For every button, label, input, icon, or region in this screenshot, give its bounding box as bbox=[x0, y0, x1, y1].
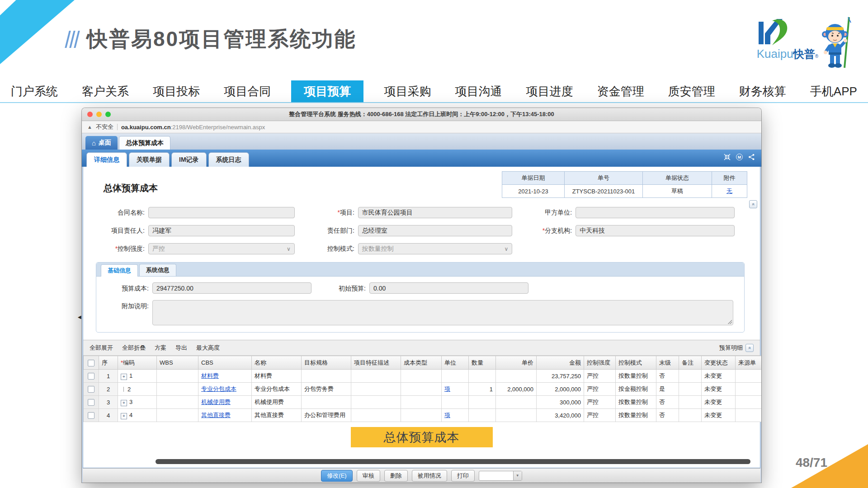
cell-qty bbox=[469, 409, 496, 422]
row-checkbox[interactable] bbox=[88, 412, 94, 419]
footer-button-5[interactable]: 打印 bbox=[451, 470, 475, 482]
column-header-2: *编码 bbox=[118, 356, 157, 370]
cell-price bbox=[496, 370, 537, 383]
form-field-input[interactable] bbox=[358, 207, 512, 218]
footer-button-2[interactable]: 审核 bbox=[357, 470, 380, 482]
row-checkbox-cell bbox=[84, 370, 99, 383]
cbs-link[interactable]: 专业分包成本 bbox=[201, 385, 236, 392]
section-tab-2[interactable]: 系统信息 bbox=[139, 264, 176, 276]
cell-mode: 按数量控制 bbox=[616, 396, 656, 409]
info-header-4: 附件 bbox=[712, 172, 747, 185]
minimize-window-icon[interactable] bbox=[96, 112, 102, 117]
im-icon[interactable]: M bbox=[736, 154, 743, 160]
basic-info-section: 基础信息系统信息 预算成本: 初始预算: 附加说明: bbox=[96, 262, 745, 333]
cell-strength: 严控 bbox=[584, 383, 616, 396]
form-field-input[interactable] bbox=[576, 207, 735, 218]
cell-cbs: 其他直接费 bbox=[198, 409, 252, 422]
row-checkbox[interactable] bbox=[88, 386, 94, 393]
select-all-checkbox[interactable] bbox=[88, 360, 94, 366]
form-field-input[interactable] bbox=[358, 225, 512, 236]
collapse-header-button[interactable]: « bbox=[749, 200, 757, 208]
detail-tab-4[interactable]: 系统日志 bbox=[208, 152, 249, 167]
section-tabs: 基础信息系统信息 bbox=[96, 263, 744, 277]
panel-splitter-arrow-icon[interactable]: ◀ bbox=[78, 314, 81, 319]
nav-tab-11[interactable]: 财务核算 bbox=[736, 80, 790, 102]
form-field-input[interactable] bbox=[576, 225, 735, 236]
form-field-select[interactable]: 严控∨ bbox=[148, 243, 295, 254]
detail-tab-2[interactable]: 关联单据 bbox=[129, 152, 170, 167]
print-template-dropdown[interactable]: ▼ bbox=[479, 471, 522, 481]
column-header-3: WBS bbox=[157, 356, 198, 370]
detail-tab-3[interactable]: IM记录 bbox=[171, 152, 207, 167]
form-field-select[interactable]: 按数量控制∨ bbox=[358, 243, 512, 254]
cell-note bbox=[679, 396, 702, 409]
form-field-input[interactable] bbox=[148, 225, 295, 236]
nav-tab-3[interactable]: 项目投标 bbox=[149, 80, 203, 102]
close-window-icon[interactable] bbox=[87, 112, 93, 117]
cell-spec bbox=[302, 370, 351, 383]
cell-qty bbox=[469, 396, 496, 409]
nav-tab-2[interactable]: 客户关系 bbox=[78, 80, 132, 102]
nav-tab-1[interactable]: 门户系统 bbox=[7, 80, 61, 102]
cell-seq: 2 bbox=[99, 383, 118, 396]
browser-urlbar[interactable]: ▲ 不安全 oa.kuaipu.com.cn:2198/WebEnterpris… bbox=[82, 121, 761, 133]
grid-toolbar-action-5[interactable]: 最大高度 bbox=[196, 344, 220, 352]
logo-text-en: Kuaipu bbox=[757, 47, 793, 61]
nav-tab-4[interactable]: 项目合同 bbox=[220, 80, 274, 102]
cbs-link[interactable]: 材料费 bbox=[201, 372, 219, 379]
cbs-link[interactable]: 机械使用费 bbox=[201, 399, 231, 405]
nav-tab-8[interactable]: 项目进度 bbox=[523, 80, 577, 102]
cell-amount: 2,000,000 bbox=[537, 383, 584, 396]
form-field-input[interactable] bbox=[148, 207, 295, 218]
grid-toolbar-action-4[interactable]: 导出 bbox=[175, 344, 187, 352]
grid-toolbar-action-3[interactable]: 方案 bbox=[155, 344, 166, 352]
expand-node-icon[interactable]: + bbox=[121, 413, 127, 419]
nav-tab-6[interactable]: 项目采购 bbox=[380, 80, 434, 102]
grid-toolbar-action-2[interactable]: 全部折叠 bbox=[122, 344, 146, 352]
unit-link[interactable]: 项 bbox=[444, 412, 450, 418]
collapse-grid-button[interactable]: « bbox=[745, 344, 754, 352]
restore-window-icon[interactable] bbox=[724, 154, 731, 160]
browser-titlebar: 整合管理平台系统 服务热线：4000-686-168 法定工作日上班时间：上午9… bbox=[82, 108, 761, 121]
share-icon[interactable] bbox=[748, 154, 755, 160]
section-body: 预算成本: 初始预算: 附加说明: bbox=[96, 277, 744, 332]
note-textarea[interactable] bbox=[152, 300, 733, 325]
section-tab-1[interactable]: 基础信息 bbox=[101, 264, 138, 277]
footer-button-4[interactable]: 被用情况 bbox=[412, 470, 447, 482]
form-field-label: 责任部门: bbox=[306, 227, 358, 235]
info-value-3: 草稿 bbox=[643, 185, 712, 198]
grid-toolbar-action-1[interactable]: 全部展开 bbox=[90, 344, 113, 352]
window-tab-1[interactable]: ⌂桌面 bbox=[85, 136, 118, 150]
chevron-down-icon: ∨ bbox=[504, 246, 508, 252]
nav-tab-9[interactable]: 资金管理 bbox=[594, 80, 648, 102]
horizontal-scrollbar-thumb[interactable] bbox=[156, 459, 750, 464]
url-text[interactable]: oa.kuaipu.com.cn:2198/WebEnterprise/newm… bbox=[121, 124, 265, 131]
cell-qty: 1 bbox=[469, 383, 496, 396]
nav-tab-5[interactable]: 项目预算 bbox=[291, 80, 363, 102]
cell-unit: 项 bbox=[442, 383, 469, 396]
maximize-window-icon[interactable] bbox=[105, 112, 111, 117]
footer-button-3[interactable]: 删除 bbox=[384, 470, 408, 482]
expand-node-icon[interactable]: + bbox=[121, 374, 127, 380]
form-field-6: *分支机构: bbox=[523, 225, 742, 237]
cbs-link[interactable]: 其他直接费 bbox=[201, 412, 231, 418]
resize-grip-icon[interactable] bbox=[727, 319, 732, 324]
row-checkbox[interactable] bbox=[88, 399, 94, 406]
footer-button-1[interactable]: 修改(E) bbox=[321, 470, 352, 482]
nav-tab-10[interactable]: 质安管理 bbox=[665, 80, 719, 102]
attachment-link[interactable]: 无 bbox=[726, 188, 732, 194]
grid-toolbar-right: 预算明细 « bbox=[719, 344, 754, 352]
cell-feature bbox=[351, 370, 401, 383]
form-field-label: 合同名称: bbox=[96, 209, 148, 217]
initial-budget-field[interactable] bbox=[369, 282, 528, 294]
window-tab-2[interactable]: 总体预算成本 bbox=[119, 136, 170, 150]
expand-node-icon[interactable]: + bbox=[121, 400, 127, 406]
budget-cost-field[interactable] bbox=[152, 282, 311, 294]
window-tab-label: 总体预算成本 bbox=[126, 139, 164, 147]
detail-tab-1[interactable]: 详细信息 bbox=[86, 152, 127, 167]
row-checkbox[interactable] bbox=[88, 373, 94, 380]
url-path: :2198/WebEnterprise/newmain.aspx bbox=[171, 124, 265, 131]
nav-tab-12[interactable]: 手机APP bbox=[807, 80, 861, 102]
nav-tab-7[interactable]: 项目沟通 bbox=[451, 80, 505, 102]
unit-link[interactable]: 项 bbox=[444, 385, 450, 392]
